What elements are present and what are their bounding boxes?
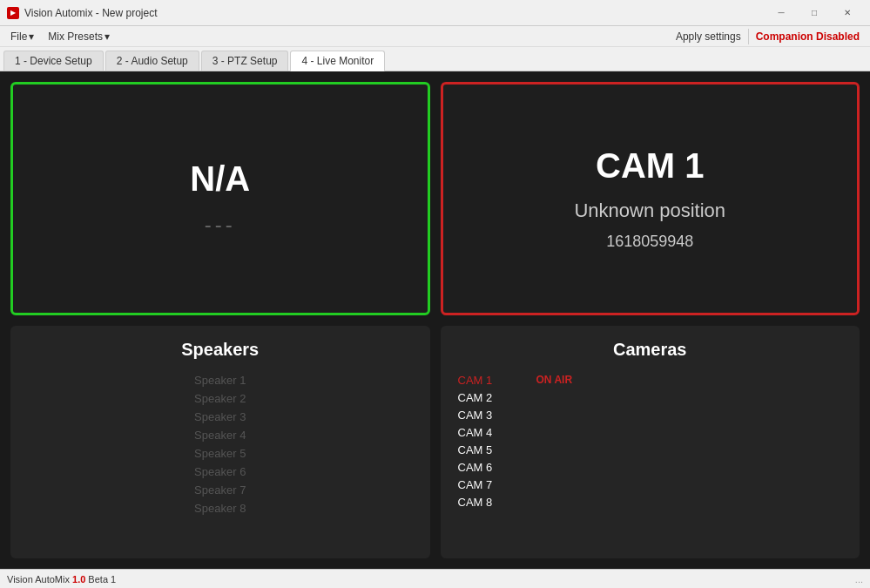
main-content: N/A --- CAM 1 Unknown position 161805994… bbox=[0, 71, 870, 569]
tab-audio-setup[interactable]: 2 - Audio Setup bbox=[105, 51, 199, 71]
status-bar: Vision AutoMix 1.0 Beta 1 ... bbox=[0, 569, 870, 588]
minimize-button[interactable]: ─ bbox=[765, 4, 797, 22]
na-dashes: --- bbox=[205, 213, 236, 237]
list-item: Speaker 2 bbox=[194, 392, 246, 405]
camera-name: CAM 3 bbox=[458, 409, 502, 422]
table-row: CAM 2 bbox=[458, 391, 843, 404]
apply-settings-button[interactable]: Apply settings bbox=[669, 29, 748, 44]
table-row: CAM 8 bbox=[458, 496, 843, 509]
tab-device-setup[interactable]: 1 - Device Setup bbox=[3, 51, 104, 71]
title-bar: ▶ Vision Automix - New project ─ □ ✕ bbox=[0, 0, 870, 26]
tab-bar: 1 - Device Setup 2 - Audio Setup 3 - PTZ… bbox=[0, 47, 870, 71]
list-item: Speaker 8 bbox=[194, 502, 246, 515]
camera-name: CAM 4 bbox=[458, 426, 502, 439]
status-text: Vision AutoMix 1.0 Beta 1 bbox=[7, 574, 855, 585]
camera-name: CAM 8 bbox=[458, 496, 502, 509]
list-item: Speaker 4 bbox=[194, 429, 246, 442]
list-item: Speaker 1 bbox=[194, 374, 246, 387]
table-row: CAM 3 bbox=[458, 409, 843, 422]
version-number: 1.0 bbox=[72, 574, 85, 585]
menu-bar: File ▾ Mix Presets ▾ Apply settings Comp… bbox=[0, 26, 870, 47]
list-item: Speaker 3 bbox=[194, 410, 246, 423]
mix-presets-menu[interactable]: Mix Presets ▾ bbox=[41, 26, 117, 47]
camera-name: CAM 6 bbox=[458, 461, 502, 474]
tab-live-monitor[interactable]: 4 - Live Monitor bbox=[290, 51, 385, 71]
maximize-button[interactable]: □ bbox=[799, 4, 830, 22]
camera-name: CAM 5 bbox=[458, 443, 502, 456]
table-row: CAM 7 bbox=[458, 478, 843, 491]
window-controls: ─ □ ✕ bbox=[765, 4, 863, 22]
list-item: Speaker 5 bbox=[194, 447, 246, 460]
companion-disabled-label: Companion Disabled bbox=[748, 29, 867, 44]
table-row: CAM 1 ON AIR bbox=[458, 374, 843, 387]
cameras-title: Cameras bbox=[458, 340, 843, 360]
na-monitor-panel: N/A --- bbox=[10, 82, 430, 315]
tab-ptz-setup[interactable]: 3 - PTZ Setup bbox=[201, 51, 289, 71]
speakers-title: Speakers bbox=[28, 340, 413, 360]
cam1-monitor-panel: CAM 1 Unknown position 1618059948 bbox=[441, 82, 860, 315]
status-dots: ... bbox=[855, 574, 863, 585]
list-item: Speaker 6 bbox=[194, 465, 246, 478]
na-title: N/A bbox=[190, 159, 250, 199]
file-menu[interactable]: File ▾ bbox=[3, 26, 41, 47]
title-text: Vision Automix - New project bbox=[24, 7, 765, 19]
list-item: Speaker 7 bbox=[194, 483, 246, 497]
on-air-badge: ON AIR bbox=[536, 374, 573, 386]
mix-presets-arrow: ▾ bbox=[105, 30, 110, 43]
file-menu-arrow: ▾ bbox=[29, 30, 34, 43]
close-button[interactable]: ✕ bbox=[832, 4, 863, 22]
cameras-list: CAM 1 ON AIR CAM 2 CAM 3 CAM 4 CAM 5 CAM… bbox=[458, 374, 843, 509]
cam1-title: CAM 1 bbox=[596, 146, 704, 186]
camera-name: CAM 2 bbox=[458, 391, 502, 404]
speakers-list: Speaker 1 Speaker 2 Speaker 3 Speaker 4 … bbox=[28, 374, 413, 515]
app-icon: ▶ bbox=[7, 7, 19, 19]
camera-name: CAM 7 bbox=[458, 478, 502, 491]
cameras-panel: Cameras CAM 1 ON AIR CAM 2 CAM 3 CAM 4 C… bbox=[441, 326, 860, 559]
table-row: CAM 4 bbox=[458, 426, 843, 439]
cam1-subtitle: Unknown position bbox=[574, 199, 725, 222]
camera-name: CAM 1 bbox=[458, 374, 502, 387]
table-row: CAM 6 bbox=[458, 461, 843, 474]
speakers-panel: Speakers Speaker 1 Speaker 2 Speaker 3 S… bbox=[10, 326, 430, 559]
cam1-timestamp: 1618059948 bbox=[606, 233, 693, 251]
table-row: CAM 5 bbox=[458, 443, 843, 456]
